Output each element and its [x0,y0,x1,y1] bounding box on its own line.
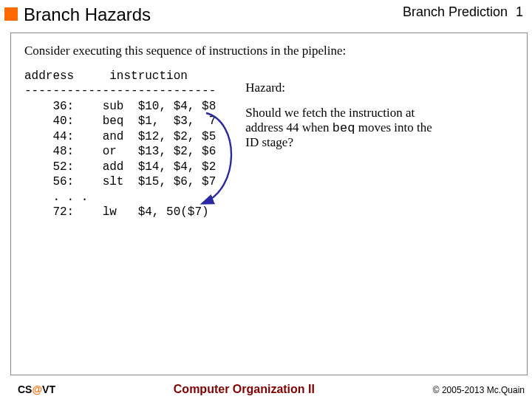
body-row: address instruction --------------------… [24,69,514,220]
header-accent-square [4,7,18,21]
code-addr: 40: [52,115,74,128]
side-column: Hazard: Should we fetch the instruction … [245,69,445,160]
slide-footer: CS@VT Computer Organization II © 2005-20… [0,383,532,396]
code-op: and [103,130,124,143]
code-op: or [103,145,124,158]
page-number: 1 [516,4,523,19]
hazard-label: Hazard: [245,81,445,95]
code-op: sub [103,100,124,113]
section-label: Branch Prediction [403,4,508,19]
question-mono: beq [332,121,355,135]
code-addr: 44: [52,130,74,143]
code-op: beq [103,115,124,128]
code-header-instruction: instruction [109,69,188,83]
code-args: $13, $2, $6 [138,145,216,158]
code-op: add [103,160,124,174]
slide-header: Branch Hazards Branch Prediction 1 [0,0,532,28]
code-args: $1, $3, 7 [138,115,216,128]
code-addr: 48: [52,145,74,158]
code-addr: 56: [52,175,74,188]
code-block: address instruction --------------------… [24,69,216,220]
code-args: $14, $4, $2 [138,160,216,174]
hazard-question: Should we fetch the instruction at addre… [245,106,445,150]
code-addr: 36: [52,100,74,113]
header-section: Branch Prediction 1 [403,4,523,20]
intro-text: Consider executing this sequence of inst… [24,44,514,58]
code-args: $10, $4, $8 [138,100,216,113]
org-pre: CS [18,383,32,395]
code-divider: --------------------------- [24,84,216,98]
content-frame: Consider executing this sequence of inst… [10,33,528,375]
code-ellipsis: . . . [52,191,88,204]
slide-title: Branch Hazards [24,4,403,25]
org-at: @ [32,383,42,395]
code-header-address: address [24,69,74,83]
org-post: VT [42,383,55,395]
footer-course: Computer Organization II [55,383,433,396]
code-args: $4, 50($7) [138,205,209,219]
footer-org: CS@VT [18,383,55,395]
code-op: slt [103,175,124,188]
code-args: $15, $6, $7 [138,175,216,188]
code-addr: 52: [52,160,74,174]
slide: Branch Hazards Branch Prediction 1 Consi… [0,0,532,399]
footer-copyright: © 2005-2013 Mc.Quain [433,385,525,395]
code-addr: 72: [52,205,74,219]
code-args: $12, $2, $5 [138,130,216,143]
code-op: lw [103,205,124,219]
